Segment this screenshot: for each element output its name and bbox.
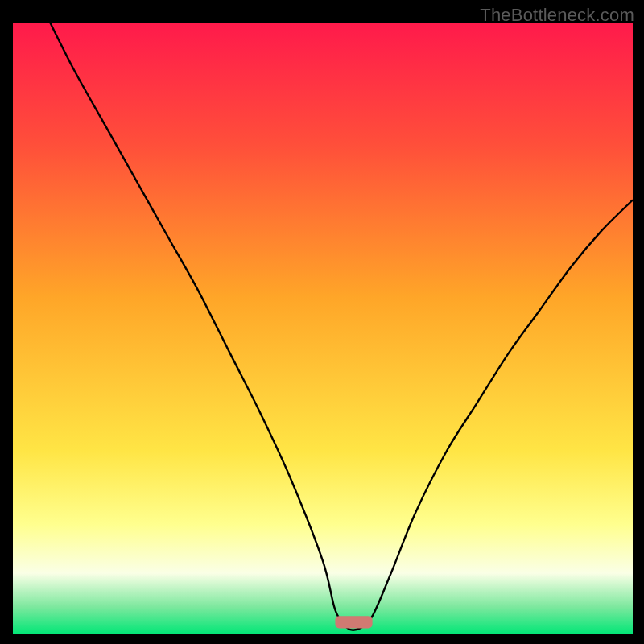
- chart-svg: [13, 23, 633, 634]
- watermark-text: TheBottleneck.com: [480, 5, 634, 26]
- minimum-marker: [335, 616, 372, 628]
- chart-frame: TheBottleneck.com: [0, 0, 644, 644]
- plot-area: [13, 23, 633, 634]
- gradient-background: [13, 23, 633, 634]
